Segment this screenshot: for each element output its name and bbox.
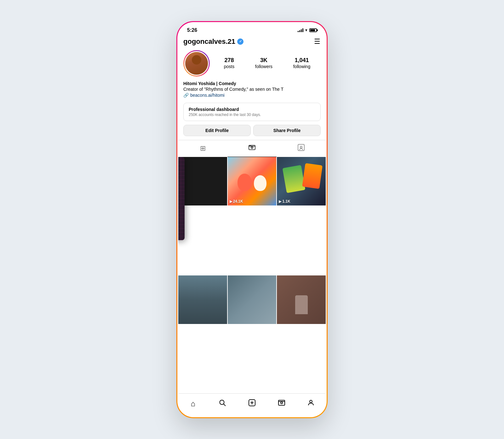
svg-line-9 [224,404,226,406]
nav-home[interactable]: ⌂ [186,397,200,411]
status-icons: ▾ [298,28,317,32]
phone-frame: 5:26 ▾ [176,21,328,418]
tabs-row: ⊞ [178,140,326,157]
avatar [184,51,209,76]
play-icon: ▶ [230,199,232,204]
media-grid: Drafts andtrial reels ▶ 24.1K [178,157,326,393]
signal-bar-1 [298,31,299,32]
profile-nav-icon [307,399,315,408]
bio-section: Hitomi Yoshida | Comedy Creator of "Rhyt… [178,80,326,101]
svg-rect-6 [298,144,304,151]
stats-container: 278 posts 3K followers 1,041 following [214,57,321,69]
grid-cell-2[interactable]: ▶ 24.1K [228,157,277,206]
profile-stats: 278 posts 3K followers 1,041 following [178,47,326,80]
grid-area-wrapper: Drafts andtrial reels ▶ 24.1K [178,157,326,393]
grid-img-5 [228,275,277,324]
posts-count: 278 [224,57,234,64]
battery-icon [309,28,317,32]
view-count-text-1: 24.1K [233,199,243,204]
drafts-bg-pattern [178,157,185,240]
posts-stat[interactable]: 278 posts [224,57,234,69]
grid-img-3 [277,157,326,206]
bio-link[interactable]: 🔗 beacons.ai/hitomi [183,93,321,98]
svg-point-5 [250,145,251,146]
menu-icon[interactable]: ☰ [314,38,321,46]
grid-cell-5[interactable] [228,275,277,324]
dashboard-subtitle: 250K accounts reached in the last 30 day… [189,113,315,117]
search-icon [219,399,226,408]
signal-bar-2 [299,30,300,32]
view-count-1: ▶ 24.1K [230,199,243,204]
grid-cell-1[interactable] [178,157,227,206]
profile-header: gogoncalves.21 ✓ ☰ [178,35,326,47]
play-icon-2: ▶ [279,199,281,204]
verified-badge-icon: ✓ [237,38,243,45]
professional-dashboard[interactable]: Professional dashboard 250K accounts rea… [183,103,321,121]
grid-cell-4[interactable] [178,275,227,324]
view-count-text-2: 1.1K [282,199,290,204]
signal-bar-4 [302,28,303,32]
bio-name: Hitomi Yoshida | Comedy [183,81,321,86]
phone-wrapper: 5:26 ▾ [176,21,328,418]
posts-label: posts [224,64,234,69]
signal-bars-icon [298,28,303,32]
svg-point-4 [249,145,250,146]
status-time: 5:26 [187,27,197,33]
signal-bar-3 [301,29,302,32]
avatar-container[interactable] [183,50,210,77]
following-stat[interactable]: 1,041 following [293,57,310,69]
grid-img-4 [178,275,227,324]
bio-text: Creator of "Rhythms of Comedy," as seen … [183,87,321,92]
svg-point-8 [220,400,224,404]
tab-grid[interactable]: ⊞ [178,140,227,157]
nav-profile[interactable] [304,397,318,411]
username: gogoncalves.21 [183,38,235,46]
tagged-icon [298,144,305,153]
create-icon [248,399,256,408]
nav-create[interactable] [245,397,259,411]
drafts-overlay-card[interactable]: Drafts andtrial reels [178,157,185,240]
followers-count: 3K [255,57,272,64]
nav-search[interactable] [215,397,229,411]
action-buttons: Edit Profile Share Profile [178,125,326,140]
svg-point-7 [300,146,302,148]
tab-reels[interactable] [227,140,277,157]
grid-img-2 [228,157,277,206]
status-bar: 5:26 ▾ [178,23,326,35]
wifi-icon: ▾ [305,28,307,32]
grid-cell-3[interactable]: ▶ 1.1K [277,157,326,206]
phone-inner: 5:26 ▾ [178,23,326,416]
followers-label: followers [255,64,272,69]
following-count: 1,041 [293,57,310,64]
link-icon: 🔗 [183,93,189,98]
app-content: gogoncalves.21 ✓ ☰ 278 p [178,35,326,416]
edit-profile-button[interactable]: Edit Profile [183,125,251,136]
tab-tagged[interactable] [277,140,326,157]
reels-icon [249,144,255,153]
dashboard-title: Professional dashboard [189,107,315,112]
bottom-nav: ⌂ [178,393,326,416]
followers-stat[interactable]: 3K followers [255,57,272,69]
reels-nav-icon [278,399,285,408]
svg-point-16 [310,400,312,403]
nav-reels[interactable] [275,397,289,411]
username-row: gogoncalves.21 ✓ [183,38,243,46]
svg-point-14 [281,402,283,404]
following-label: following [293,64,310,69]
view-count-2: ▶ 1.1K [279,199,290,204]
bio-link-text: beacons.ai/hitomi [190,93,225,98]
home-icon: ⌂ [191,399,196,408]
grid-cell-6[interactable] [277,275,326,324]
svg-point-2 [252,147,252,148]
share-profile-button[interactable]: Share Profile [253,125,321,136]
grid-icon: ⊞ [200,144,206,153]
avatar-face [185,52,208,75]
battery-fill [310,29,315,31]
svg-rect-13 [278,400,285,405]
grid-img-6 [277,275,326,324]
